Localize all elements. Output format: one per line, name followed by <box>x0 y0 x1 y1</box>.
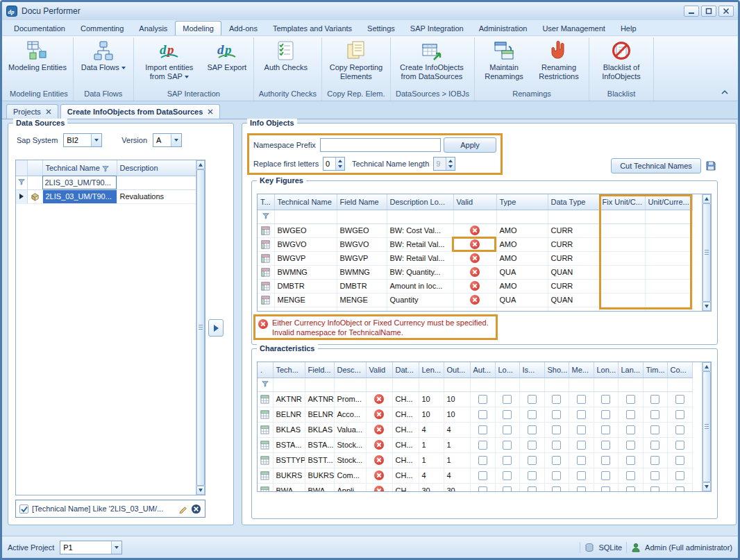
minimize-button[interactable] <box>684 6 699 17</box>
cut-technical-names-button[interactable]: Cut Technical Names <box>611 158 701 173</box>
renaming-restrictions-button[interactable]: Renaming Restrictions <box>531 37 587 81</box>
cell-valid[interactable] <box>366 483 392 492</box>
filter-funnel-icon[interactable] <box>102 165 109 172</box>
checkbox[interactable] <box>528 425 537 434</box>
checkbox[interactable] <box>503 441 512 450</box>
key-figure-row-partial[interactable] <box>258 307 692 312</box>
cell-technical-name[interactable]: DMBTR <box>274 279 337 293</box>
cell-technical-name[interactable]: BWGEO <box>274 223 337 237</box>
scroll-up-button[interactable] <box>703 362 711 371</box>
column-header-tech[interactable]: Tech... <box>273 362 305 377</box>
cell-unit-currency[interactable] <box>645 293 692 307</box>
checkbox[interactable] <box>675 441 684 450</box>
cell-field-name[interactable]: DMBTR <box>337 279 387 293</box>
cell-unit-currency[interactable] <box>645 237 692 251</box>
ribbon-tab-analysis[interactable]: Analysis <box>131 21 175 35</box>
scroll-down-button[interactable] <box>703 482 711 491</box>
modeling-entities-button[interactable]: Modeling Entities <box>7 37 68 72</box>
filter-cell[interactable] <box>618 377 643 391</box>
column-header-len[interactable]: Len... <box>419 362 444 377</box>
checkbox[interactable] <box>601 456 610 465</box>
cell-dat[interactable]: CH... <box>392 407 419 422</box>
cell-dat[interactable]: CH... <box>392 468 419 483</box>
checkbox[interactable] <box>626 471 635 480</box>
checkbox[interactable] <box>478 410 487 419</box>
filter-cell[interactable] <box>419 377 444 391</box>
filter-cell-description[interactable] <box>117 176 197 189</box>
stepper-arrows[interactable] <box>335 158 344 170</box>
checkbox[interactable] <box>503 471 512 480</box>
checkbox[interactable] <box>675 425 684 434</box>
checkbox[interactable] <box>552 441 561 450</box>
checkbox[interactable] <box>626 425 635 434</box>
cell-description[interactable]: Quantity <box>387 293 453 307</box>
cell-out[interactable]: 4 <box>444 468 470 483</box>
sap-system-select[interactable]: BI2 <box>63 133 102 147</box>
checkbox[interactable] <box>650 486 659 492</box>
filter-cell[interactable] <box>495 377 519 391</box>
active-project-select[interactable]: P1 <box>60 541 122 554</box>
filter-cell[interactable] <box>366 377 392 391</box>
checkbox[interactable] <box>478 471 487 480</box>
column-header-valid[interactable]: Valid <box>366 362 392 377</box>
cell-field[interactable]: BWA... <box>305 483 334 492</box>
checkbox[interactable] <box>478 441 487 450</box>
cell-fix-unit[interactable] <box>599 223 645 237</box>
characteristic-row[interactable]: BUKRS BUKRS Com... CH... 4 4 <box>258 468 692 483</box>
cell-valid[interactable] <box>453 223 496 237</box>
filter-cell[interactable] <box>387 210 453 223</box>
cell-description[interactable]: BW: Retail Val... <box>387 237 453 251</box>
cell-description[interactable]: BW: Quantity... <box>387 265 453 279</box>
cell-technical-name[interactable]: MENGE <box>274 293 337 307</box>
replace-first-letters-stepper[interactable] <box>323 157 345 171</box>
create-infoobjects-button[interactable]: Create InfoObjects from DataSources <box>393 37 471 81</box>
cell-out[interactable]: 1 <box>444 437 470 452</box>
checkbox[interactable] <box>577 395 586 404</box>
filter-cell[interactable] <box>569 377 594 391</box>
cell-desc[interactable]: Appli... <box>334 483 366 492</box>
vertical-scrollbar[interactable] <box>196 160 205 495</box>
auth-checks-button[interactable]: Auth Checks <box>256 37 316 72</box>
chevron-down-icon[interactable] <box>91 134 101 146</box>
cell-out[interactable]: 10 <box>444 391 470 407</box>
close-button[interactable] <box>718 6 734 17</box>
cell-desc[interactable]: Valua... <box>334 422 366 437</box>
ribbon-tab-commenting[interactable]: Commenting <box>73 21 131 35</box>
cell-desc[interactable]: Stock... <box>334 452 366 468</box>
technical-name-length-stepper[interactable] <box>433 157 455 171</box>
filter-cell[interactable] <box>643 377 667 391</box>
cell-technical-name[interactable]: BWGVP <box>274 251 337 265</box>
checkbox[interactable] <box>601 395 610 404</box>
ribbon-tab-modeling[interactable]: Modeling <box>175 21 221 35</box>
checkbox[interactable] <box>552 395 561 404</box>
filter-cell[interactable] <box>594 377 618 391</box>
cell-type[interactable]: AMO <box>496 279 548 293</box>
key-figure-row[interactable]: BWMNG BWMNG BW: Quantity... QUA QUAN <box>258 265 692 279</box>
cell-len[interactable]: 4 <box>419 422 444 437</box>
cell-data-type[interactable]: CURR <box>548 279 599 293</box>
cell-tech[interactable]: BKLAS <box>273 422 305 437</box>
cell-fix-unit[interactable] <box>599 265 645 279</box>
maximize-button[interactable] <box>701 6 716 17</box>
checkbox[interactable] <box>577 471 586 480</box>
cell-len[interactable]: 4 <box>419 468 444 483</box>
column-header-fix-unit[interactable]: Fix Unit/C... <box>599 194 645 210</box>
checkbox[interactable] <box>552 471 561 480</box>
cell-fix-unit[interactable] <box>599 279 645 293</box>
checkbox[interactable] <box>478 456 487 465</box>
filter-cell[interactable] <box>453 210 496 223</box>
cell-description[interactable]: BW: Retail Val... <box>387 251 453 265</box>
key-figure-row[interactable]: BWGVO BWGVO BW: Retail Val... AMO CURR <box>258 237 692 251</box>
cell-description[interactable]: Revaluations <box>117 189 197 203</box>
key-figure-row[interactable]: BWGVP BWGVP BW: Retail Val... AMO CURR <box>258 251 692 265</box>
checkbox[interactable] <box>503 410 512 419</box>
characteristic-row[interactable]: BSTA... BSTA... Stock... CH... 1 1 <box>258 437 692 452</box>
cell-field-name[interactable]: BWGEO <box>337 223 387 237</box>
cell-type[interactable]: AMO <box>496 237 548 251</box>
filter-cell[interactable] <box>274 210 337 223</box>
checkbox[interactable] <box>503 486 512 492</box>
checkbox[interactable] <box>675 471 684 480</box>
checkbox[interactable] <box>601 441 610 450</box>
cell-desc[interactable]: Prom... <box>334 391 366 407</box>
column-header-lon[interactable]: Lon... <box>594 362 618 377</box>
